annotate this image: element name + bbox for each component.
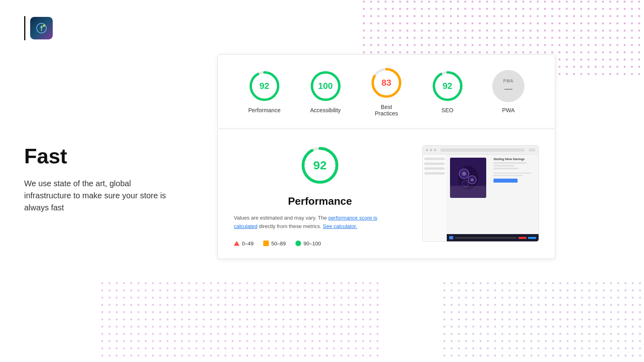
mockup-footer-bar	[447, 234, 539, 241]
score-item-best-practices: 83 BestPractices	[370, 67, 402, 117]
green-circle-icon	[295, 241, 301, 246]
accessibility-circle: 100	[310, 70, 342, 102]
performance-detail-title: Performance	[288, 195, 352, 208]
svg-point-7	[43, 25, 45, 27]
svg-point-24	[471, 178, 474, 181]
mockup-footer-icon	[449, 236, 453, 239]
legend-item-green: 90–100	[295, 241, 321, 247]
page-subtext: We use state of the art, global infrastr…	[24, 177, 169, 214]
mockup-dot-1	[426, 149, 428, 151]
performance-circle: 92	[248, 70, 281, 102]
pwa-dash: —	[504, 84, 512, 93]
score-legend: 0–49 50–89 90–100	[234, 241, 321, 247]
performance-detail-panel: 92 Performance Values are estimated and …	[217, 129, 555, 259]
score-panel: 92 Performance 100 Accessibility	[217, 54, 555, 129]
calculator-link[interactable]: See calculator.	[323, 223, 357, 229]
mockup-sidebar-item-4	[424, 172, 445, 175]
best-practices-score: 83	[382, 78, 391, 88]
svg-rect-5	[443, 282, 644, 362]
mockup-browser-header	[423, 146, 539, 154]
svg-point-22	[462, 181, 469, 187]
main-content: 92 Performance 100 Accessibility	[217, 54, 555, 259]
score-item-accessibility: 100 Accessibility	[310, 70, 342, 113]
perf-detail-score: 92	[313, 158, 326, 172]
accessibility-label: Accessibility	[310, 107, 341, 113]
legend-item-orange: 50–89	[263, 241, 286, 247]
description-text: Values are estimated and may vary. The	[234, 215, 328, 221]
mockup-nav-icon	[529, 148, 535, 152]
performance-label: Performance	[248, 107, 281, 113]
red-triangle-icon	[234, 241, 239, 246]
mockup-product-info: Sterling Silver Earrings	[493, 158, 535, 198]
mockup-footer-button-2	[528, 237, 536, 239]
mockup-product-image	[450, 158, 486, 198]
mockup-url-bar	[440, 148, 525, 152]
mockup-product-line-2	[493, 165, 514, 167]
seo-label: SEO	[442, 107, 454, 113]
vertical-divider	[24, 16, 25, 40]
pwa-text: PWA	[503, 79, 514, 83]
score-item-pwa: PWA — PWA	[492, 70, 524, 113]
mockup-sidebar	[423, 154, 447, 241]
dot-pattern-bottom-left	[101, 282, 382, 362]
perf-detail-circle: 92	[300, 145, 340, 185]
app-logo	[30, 17, 53, 39]
mockup-dot-2	[430, 149, 432, 151]
mockup-footer-button-1	[518, 237, 526, 239]
mockup-sidebar-item-1	[424, 158, 445, 160]
best-practices-label: BestPractices	[375, 104, 398, 117]
page-heading: Fast	[24, 145, 177, 168]
performance-description: Values are estimated and may vary. The p…	[234, 214, 395, 231]
logo-area	[24, 16, 177, 40]
mockup-dot-3	[434, 149, 436, 151]
mockup-input-line	[493, 173, 531, 174]
legend-range-red: 0–49	[242, 241, 254, 247]
performance-detail-left: 92 Performance Values are estimated and …	[234, 145, 406, 247]
accessibility-score: 100	[318, 81, 333, 91]
svg-rect-3	[101, 282, 382, 362]
legend-range-green: 90–100	[303, 241, 321, 247]
left-sidebar: Fast We use state of the art, global inf…	[24, 16, 177, 214]
legend-item-red: 0–49	[234, 241, 254, 247]
mockup-input-line-2	[493, 175, 523, 176]
svg-point-23	[462, 172, 466, 176]
pwa-circle: PWA —	[492, 70, 524, 102]
best-practices-circle: 83	[370, 67, 402, 99]
pwa-label: PWA	[502, 107, 515, 113]
seo-circle: 92	[431, 70, 464, 102]
legend-range-orange: 50–89	[271, 241, 286, 247]
mockup-sidebar-item-3	[424, 167, 445, 170]
mockup-cta-button	[493, 179, 518, 183]
mockup-product-line-1	[493, 162, 527, 164]
mockup-footer-url-bar	[455, 237, 517, 239]
score-item-performance: 92 Performance	[248, 70, 281, 113]
seo-score: 92	[442, 81, 452, 91]
mockup-product-title: Sterling Silver Earrings	[493, 158, 535, 160]
description-text-2: directly from these metrics.	[259, 223, 323, 229]
store-screenshot-mockup: Sterling Silver Earrings	[422, 145, 539, 242]
mockup-main-area: Sterling Silver Earrings	[447, 154, 539, 241]
orange-square-icon	[263, 241, 269, 246]
mockup-body: Sterling Silver Earrings	[423, 154, 539, 241]
performance-score: 92	[260, 81, 269, 91]
score-item-seo: 92 SEO	[431, 70, 464, 113]
dot-pattern-bottom-right	[443, 282, 644, 362]
mockup-sidebar-item-2	[424, 162, 445, 165]
mockup-product-line-3	[493, 168, 518, 169]
